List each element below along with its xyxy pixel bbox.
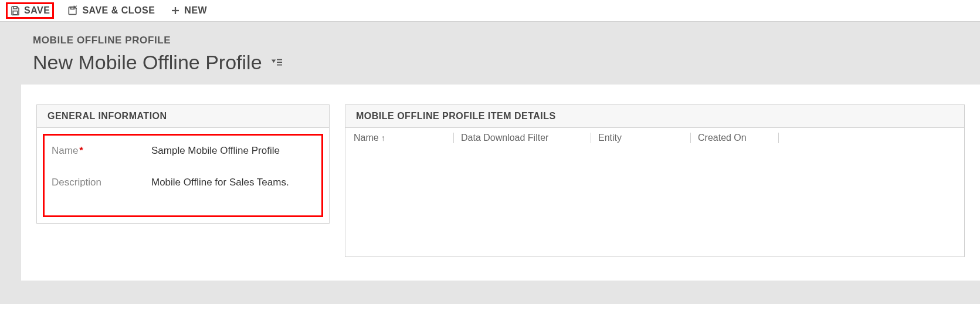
column-header-filter[interactable]: Data Download Filter [453, 133, 591, 143]
svg-rect-0 [13, 6, 17, 9]
sort-asc-icon: ↑ [381, 133, 385, 143]
svg-rect-1 [13, 11, 18, 15]
column-header-entity-label: Entity [598, 133, 622, 143]
form-selector-icon[interactable] [270, 58, 283, 68]
column-header-entity[interactable]: Entity [591, 133, 690, 143]
highlighted-fields-area: Name* Sample Mobile Offline Profile Desc… [43, 134, 323, 217]
svg-rect-8 [277, 64, 282, 65]
column-header-filter-label: Data Download Filter [461, 133, 548, 143]
name-label-text: Name [52, 145, 78, 156]
column-header-created-label: Created On [698, 133, 747, 143]
form-header: MOBILE OFFLINE PROFILE New Mobile Offlin… [0, 22, 980, 85]
name-field[interactable]: Sample Mobile Offline Profile [151, 145, 314, 157]
column-header-extra[interactable] [778, 133, 956, 143]
description-label: Description [52, 177, 151, 188]
new-button-label: NEW [184, 5, 207, 16]
content-shell: GENERAL INFORMATION Name* Sample Mobile … [0, 85, 980, 304]
save-button-label: SAVE [24, 5, 50, 16]
general-information-panel: GENERAL INFORMATION Name* Sample Mobile … [36, 104, 330, 224]
svg-rect-7 [277, 62, 282, 63]
column-header-name[interactable]: Name ↑ [354, 133, 453, 143]
item-details-panel: MOBILE OFFLINE PROFILE ITEM DETAILS Name… [345, 104, 965, 257]
svg-marker-5 [272, 59, 276, 62]
save-button[interactable]: SAVE [6, 2, 54, 19]
required-asterisk-icon: * [79, 145, 83, 156]
column-header-name-label: Name [354, 133, 379, 143]
save-close-icon [67, 5, 79, 16]
save-close-button[interactable]: SAVE & CLOSE [65, 4, 157, 18]
details-columns-row: Name ↑ Data Download Filter Entity Creat… [345, 128, 964, 149]
column-header-created[interactable]: Created On [690, 133, 778, 143]
plus-icon [170, 5, 181, 16]
name-label: Name* [52, 145, 151, 157]
page-title: New Mobile Offline Profile [33, 51, 262, 74]
description-field[interactable]: Mobile Offline for Sales Teams. [151, 177, 314, 188]
save-close-button-label: SAVE & CLOSE [82, 5, 155, 16]
new-button[interactable]: NEW [168, 4, 209, 17]
item-details-header: MOBILE OFFLINE PROFILE ITEM DETAILS [345, 105, 964, 128]
general-information-header: GENERAL INFORMATION [37, 105, 329, 128]
content-area: GENERAL INFORMATION Name* Sample Mobile … [21, 85, 980, 281]
svg-rect-6 [277, 59, 282, 60]
description-field-row: Description Mobile Offline for Sales Tea… [52, 177, 314, 188]
name-field-row: Name* Sample Mobile Offline Profile [52, 145, 314, 157]
save-icon [10, 5, 21, 16]
breadcrumb: MOBILE OFFLINE PROFILE [33, 35, 980, 46]
command-bar: SAVE SAVE & CLOSE NEW [0, 0, 980, 22]
